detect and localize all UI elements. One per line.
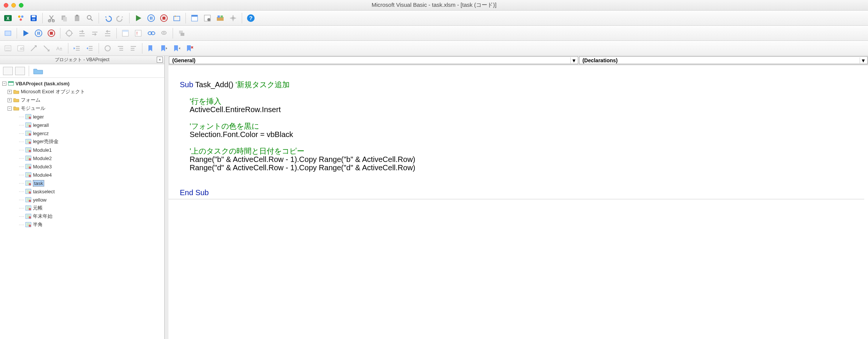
copy-icon[interactable] <box>59 12 70 24</box>
run-icon[interactable] <box>133 12 144 24</box>
tree-module-leger[interactable]: ····leger <box>0 112 164 121</box>
svg-point-72 <box>29 166 31 169</box>
svg-point-68 <box>29 150 31 152</box>
tree-module-yellow[interactable]: ····yellow <box>0 196 164 204</box>
step-into-icon[interactable] <box>76 28 88 39</box>
project-explorer-toolbar <box>0 64 164 78</box>
svg-rect-12 <box>75 15 79 21</box>
minimize-window-button[interactable] <box>11 3 16 8</box>
paste-icon[interactable] <box>71 12 83 24</box>
chevron-down-icon[interactable]: ▾ <box>860 57 866 63</box>
tree-module-legerall[interactable]: ····legerall <box>0 121 164 129</box>
tree-folder-excel-objects[interactable]: + Microsoft Excel オブジェクト <box>0 88 164 96</box>
chevron-down-icon[interactable]: ▾ <box>570 57 577 63</box>
svg-rect-7 <box>32 18 35 20</box>
tree-folder-modules[interactable]: − モジュール <box>0 104 164 112</box>
compile-icon[interactable] <box>2 28 14 39</box>
properties-window-icon[interactable] <box>202 12 213 24</box>
parameter-info-icon[interactable] <box>41 43 52 54</box>
immediate-window-icon[interactable]: ! <box>133 28 144 39</box>
project-explorer: プロジェクト - VBAProject × − VBAProject (task… <box>0 56 165 339</box>
outdent-icon[interactable] <box>84 43 96 54</box>
svg-marker-33 <box>23 30 29 36</box>
tree-module-task[interactable]: ····task <box>0 179 164 187</box>
zoom-window-button[interactable] <box>19 3 23 8</box>
save-icon[interactable] <box>28 12 39 24</box>
quick-watch-icon[interactable] <box>158 28 170 39</box>
svg-point-78 <box>29 191 31 194</box>
tree-module-年末年始[interactable]: ····年末年始 <box>0 212 164 220</box>
tree-module-半角[interactable]: ····半角 <box>0 220 164 229</box>
view-code-button[interactable] <box>3 67 13 75</box>
comment-block-icon[interactable] <box>115 43 126 54</box>
svg-point-46 <box>163 32 165 34</box>
tree-folder-forms[interactable]: + フォーム <box>0 96 164 104</box>
tree-module-Module3[interactable]: ····Module3 <box>0 162 164 171</box>
tree-module-Module1[interactable]: ····Module1 <box>0 146 164 154</box>
svg-rect-36 <box>39 32 40 35</box>
bookmark-next-icon[interactable] <box>158 43 170 54</box>
tree-root[interactable]: − VBAProject (task.xlsm) <box>0 79 164 88</box>
find-icon[interactable] <box>84 12 96 24</box>
code-area[interactable]: Sub Task_Add() '新規タスク追加 '行を挿入 ActiveCell… <box>168 65 868 339</box>
project-tree[interactable]: − VBAProject (task.xlsm) + Microsoft Exc… <box>0 78 164 339</box>
svg-point-74 <box>29 175 31 177</box>
svg-point-70 <box>29 158 31 160</box>
object-combo[interactable]: (General) ▾ <box>169 56 578 64</box>
procedure-combo[interactable]: (Declarations) ▾ <box>579 56 868 64</box>
svg-marker-53 <box>74 47 75 49</box>
svg-point-60 <box>29 117 31 119</box>
list-properties-icon[interactable] <box>2 43 14 54</box>
step-out-icon[interactable] <box>102 28 113 39</box>
window-titlebar: Microsoft Visual Basic - task.xlsm - [ta… <box>0 0 868 11</box>
toolbox-icon[interactable] <box>227 12 239 24</box>
svg-rect-38 <box>50 32 53 35</box>
splitter[interactable] <box>165 56 168 339</box>
locals-window-icon[interactable] <box>120 28 131 39</box>
stop-icon[interactable] <box>46 28 57 39</box>
list-constants-icon[interactable]: ab <box>15 43 26 54</box>
svg-rect-23 <box>192 15 198 17</box>
indent-icon[interactable] <box>71 43 83 54</box>
svg-point-14 <box>87 15 91 19</box>
step-over-icon[interactable] <box>89 28 100 39</box>
project-explorer-title-text: プロジェクト - VBAProject <box>55 57 109 63</box>
excel-icon[interactable]: X <box>2 12 14 24</box>
call-stack-icon[interactable] <box>176 28 187 39</box>
svg-rect-6 <box>32 15 36 17</box>
tree-module-元帳[interactable]: ····元帳 <box>0 204 164 212</box>
design-mode-icon[interactable] <box>171 12 182 24</box>
tree-module-taskselect[interactable]: ····taskselect <box>0 187 164 196</box>
quick-info-icon[interactable] <box>28 43 39 54</box>
bookmark-clear-icon[interactable] <box>184 43 195 54</box>
tree-module-legercz[interactable]: ····legercz <box>0 129 164 137</box>
tree-module-leger売掛金[interactable]: ····leger売掛金 <box>0 137 164 146</box>
uncomment-block-icon[interactable] <box>128 43 139 54</box>
insert-module-icon[interactable] <box>15 12 26 24</box>
object-browser-icon[interactable] <box>215 12 226 24</box>
pause-icon[interactable] <box>33 28 44 39</box>
run-sub-icon[interactable] <box>20 28 31 39</box>
bookmark-prev-icon[interactable] <box>171 43 182 54</box>
toggle-folders-button[interactable] <box>33 67 44 75</box>
svg-rect-48 <box>181 33 184 36</box>
window-title: Microsoft Visual Basic - task.xlsm - [ta… <box>372 2 497 9</box>
cut-icon[interactable] <box>46 12 57 24</box>
help-icon[interactable]: ? <box>245 12 256 24</box>
tree-module-Module2[interactable]: ····Module2 <box>0 154 164 162</box>
view-object-button[interactable] <box>15 67 25 75</box>
bookmark-toggle-icon[interactable] <box>145 43 157 54</box>
complete-word-icon[interactable]: A± <box>54 43 65 54</box>
watch-window-icon[interactable] <box>145 28 157 39</box>
undo-icon[interactable] <box>102 12 113 24</box>
svg-point-64 <box>29 133 31 136</box>
tree-module-Module4[interactable]: ····Module4 <box>0 171 164 179</box>
close-panel-button[interactable]: × <box>157 57 163 63</box>
break-icon[interactable] <box>145 12 157 24</box>
reset-icon[interactable] <box>158 12 170 24</box>
toggle-breakpoint-icon[interactable] <box>63 28 75 39</box>
close-window-button[interactable] <box>4 3 8 8</box>
redo-icon[interactable] <box>115 12 126 24</box>
project-explorer-icon[interactable] <box>189 12 200 24</box>
breakpoint-hand-icon[interactable] <box>102 43 113 54</box>
